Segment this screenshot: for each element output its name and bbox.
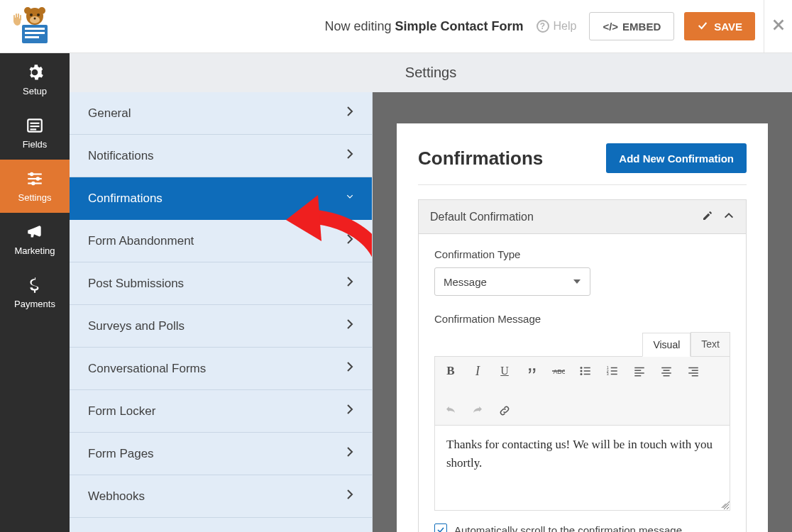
settings-row-notifications[interactable]: Notifications [70, 135, 372, 177]
align-center-icon[interactable] [659, 364, 673, 378]
gear-icon [26, 63, 44, 82]
settings-row-general[interactable]: General [70, 92, 372, 135]
chevron-right-icon [346, 318, 353, 333]
svg-point-32 [581, 373, 583, 375]
save-button[interactable]: SAVE [684, 12, 755, 40]
nav-marketing[interactable]: Marketing [0, 213, 70, 266]
svg-rect-44 [661, 367, 671, 369]
chevron-right-icon [346, 148, 353, 163]
code-icon: </> [603, 21, 618, 33]
autoscroll-checkbox-row[interactable]: Automatically scroll to the confirmation… [434, 523, 730, 532]
edit-icon[interactable] [702, 210, 713, 224]
svg-rect-47 [664, 375, 670, 377]
svg-rect-14 [18, 13, 19, 21]
chevron-down-icon [346, 191, 353, 206]
logo [0, 0, 70, 53]
main: Settings General Notifications Confirmat… [70, 53, 792, 532]
settings-row-surveys-and-polls[interactable]: Surveys and Polls [70, 305, 372, 348]
svg-rect-13 [16, 13, 17, 21]
svg-rect-46 [661, 372, 671, 374]
chevron-right-icon [346, 361, 353, 376]
svg-point-24 [36, 177, 40, 180]
bullet-list-icon[interactable] [578, 364, 593, 378]
svg-rect-41 [634, 370, 641, 372]
nav-label: Fields [23, 139, 48, 150]
embed-button[interactable]: </> EMBED [589, 12, 674, 40]
svg-rect-42 [634, 372, 644, 374]
quote-icon[interactable] [524, 364, 539, 378]
svg-rect-3 [25, 36, 39, 38]
settings-row-conversational-forms[interactable]: Conversational Forms [70, 348, 372, 390]
editor-toolbar: B I U ABC 123 [434, 356, 730, 426]
confirmations-card: Confirmations Add New Confirmation Defau… [397, 123, 768, 532]
undo-icon[interactable] [444, 404, 458, 418]
svg-rect-40 [634, 367, 644, 369]
svg-point-9 [37, 13, 40, 16]
left-nav: Setup Fields Settings Marketing Payments [0, 53, 70, 532]
svg-point-23 [30, 172, 33, 176]
settings-row-confirmations[interactable]: Confirmations [70, 177, 372, 220]
nav-label: Payments [14, 299, 55, 309]
strikethrough-icon[interactable]: ABC [551, 364, 566, 378]
settings-sidebar: General Notifications Confirmations Form… [70, 92, 373, 532]
svg-rect-19 [31, 128, 37, 130]
editor-tab-visual[interactable]: Visual [642, 333, 691, 357]
italic-icon[interactable]: I [471, 364, 485, 378]
svg-rect-12 [13, 15, 15, 21]
svg-rect-45 [664, 370, 670, 372]
settings-row-form-pages[interactable]: Form Pages [70, 433, 372, 475]
editing-text: Now editing Simple Contact Form [324, 19, 523, 34]
confirmation-title: Default Confirmation [430, 211, 534, 223]
settings-row-post-submissions[interactable]: Post Submissions [70, 262, 372, 305]
svg-point-6 [38, 7, 45, 14]
nav-payments[interactable]: Payments [0, 266, 70, 319]
bold-icon[interactable]: B [444, 364, 458, 378]
checkbox-checked-icon[interactable] [434, 523, 447, 532]
dollar-icon [26, 276, 44, 294]
settings-body: General Notifications Confirmations Form… [70, 92, 792, 532]
topbar: Now editing Simple Contact Form ? Help <… [0, 0, 792, 53]
align-right-icon[interactable] [686, 364, 700, 378]
svg-point-25 [31, 182, 35, 185]
confirmation-type-select[interactable]: Message [434, 267, 590, 296]
page-title: Settings [70, 53, 792, 92]
align-left-icon[interactable] [632, 364, 647, 378]
nav-label: Settings [18, 192, 52, 203]
underline-icon[interactable]: U [497, 364, 512, 378]
numbered-list-icon[interactable]: 123 [605, 364, 620, 378]
chevron-right-icon [346, 276, 353, 291]
chevron-up-icon[interactable] [723, 210, 735, 224]
close-icon [771, 17, 786, 35]
link-icon[interactable] [497, 404, 512, 418]
close-button[interactable] [764, 0, 792, 53]
card-heading: Confirmations [418, 148, 543, 170]
svg-point-8 [30, 13, 33, 16]
add-confirmation-button[interactable]: Add New Confirmation [606, 143, 747, 173]
confirmation-block: Default Confirmation Confirmation Type [418, 199, 747, 532]
nav-setup[interactable]: Setup [0, 53, 70, 106]
bullhorn-icon [26, 223, 44, 241]
chevron-right-icon [346, 446, 353, 461]
settings-row-form-abandonment[interactable]: Form Abandonment [70, 220, 372, 262]
confirmation-message-label: Confirmation Message [434, 313, 730, 325]
editor-tab-text[interactable]: Text [691, 332, 730, 356]
help-link[interactable]: ? Help [537, 20, 577, 33]
confirmation-header[interactable]: Default Confirmation [419, 200, 746, 234]
redo-icon[interactable] [471, 404, 485, 418]
sliders-icon [26, 170, 44, 188]
check-icon [697, 20, 708, 33]
svg-rect-2 [25, 32, 45, 34]
help-icon: ? [537, 20, 549, 33]
nav-settings[interactable]: Settings [0, 160, 70, 213]
svg-rect-50 [688, 372, 698, 374]
list-icon [26, 116, 44, 135]
resize-handle[interactable] [719, 499, 727, 508]
content-pane[interactable]: Confirmations Add New Confirmation Defau… [373, 92, 792, 532]
settings-row-form-locker[interactable]: Form Locker [70, 390, 372, 433]
settings-row-webhooks[interactable]: Webhooks [70, 475, 372, 518]
svg-text:3: 3 [607, 372, 609, 376]
nav-fields[interactable]: Fields [0, 106, 70, 160]
editor-textarea[interactable]: Thanks for contacting us! We will be in … [434, 426, 730, 511]
chevron-right-icon [346, 233, 353, 248]
nav-label: Marketing [14, 245, 55, 256]
